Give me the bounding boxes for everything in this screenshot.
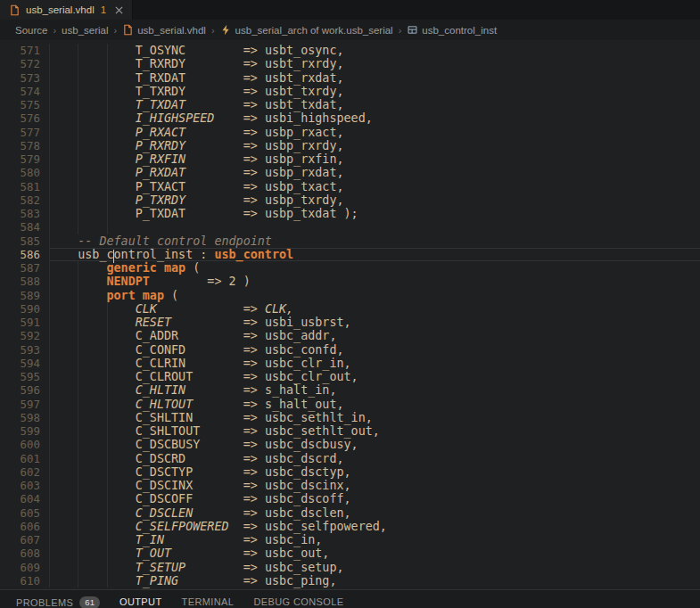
breadcrumb-separator: › xyxy=(114,25,118,36)
breadcrumb-item-usb-control-inst[interactable]: usb_control_inst xyxy=(407,24,497,36)
code-line-603[interactable]: 603 C_DSCINX => usbc_dscinx, xyxy=(0,479,700,492)
tab-usb-serial-vhdl[interactable]: usb_serial.vhdl 1 xyxy=(0,0,133,20)
code-editor[interactable]: 571 T_OSYNC => usbt_osync,572 T_RXRDY =>… xyxy=(0,40,700,589)
code-text: C_DSCBUSY => usbc_dscbusy, xyxy=(49,438,358,451)
line-number: 579 xyxy=(0,152,49,166)
code-line-582[interactable]: 582 P_TXRDY => usbp_txrdy, xyxy=(0,193,700,207)
code-text: NENDPT => 2 ) xyxy=(49,275,251,288)
code-text: C_DSCLEN => usbc_dsclen, xyxy=(49,506,351,520)
code-lines: 571 T_OSYNC => usbt_osync,572 T_RXRDY =>… xyxy=(0,44,700,587)
instance-symbol-icon xyxy=(407,24,418,36)
code-text: C_DSCTYP => usbc_dsctyp, xyxy=(49,465,351,479)
code-text xyxy=(49,220,136,234)
code-line-580[interactable]: 580 P_RXDAT => usbp_rxdat, xyxy=(0,166,700,179)
code-line-593[interactable]: 593 C_CONFD => usbc_confd, xyxy=(0,343,700,357)
code-line-609[interactable]: 609 T_SETUP => usbc_setup, xyxy=(0,561,700,574)
code-text: port map ( xyxy=(49,289,178,302)
code-line-576[interactable]: 576 I_HIGHSPEED => usbi_highspeed, xyxy=(0,111,700,125)
breadcrumb-item-usb-serial-arch[interactable]: usb_serial_arch of work.usb_serial xyxy=(220,24,393,36)
code-line-590[interactable]: 590 CLK => CLK, xyxy=(0,302,700,316)
file-icon xyxy=(122,24,134,36)
line-number: 605 xyxy=(0,506,49,520)
code-text: T_RXDAT => usbt_rxdat, xyxy=(49,71,344,85)
code-text: C_CLROUT => usbc_clr_out, xyxy=(49,370,358,383)
code-text: usb_control_inst : usb_control xyxy=(49,248,293,261)
code-line-594[interactable]: 594 C_CLRIN => usbc_clr_in, xyxy=(0,357,700,370)
line-number: 591 xyxy=(0,316,49,329)
problems-count-badge: 61 xyxy=(79,596,100,608)
code-line-606[interactable]: 606 C_SELFPOWERED => usbc_selfpowered, xyxy=(0,520,700,533)
code-line-572[interactable]: 572 T_RXRDY => usbt_rxrdy, xyxy=(0,57,700,70)
code-line-597[interactable]: 597 C_HLTOUT => s_halt_out, xyxy=(0,398,700,411)
line-number: 604 xyxy=(0,492,49,505)
panel-tab-terminal[interactable]: TERMINAL xyxy=(182,596,235,608)
close-icon[interactable] xyxy=(115,6,123,14)
code-text: C_DSCRD => usbc_dscrd, xyxy=(49,452,344,465)
code-text: P_RXACT => usbp_rxact, xyxy=(49,126,344,139)
code-text: RESET => usbi_usbrst, xyxy=(49,316,351,329)
panel-tab-problems[interactable]: PROBLEMS61 xyxy=(16,596,100,608)
breadcrumb-item-usb-serial-vhdl[interactable]: usb_serial.vhdl xyxy=(122,24,206,36)
code-text: P_RXFIN => usbp_rxfin, xyxy=(49,152,344,166)
code-line-579[interactable]: 579 P_RXFIN => usbp_rxfin, xyxy=(0,152,700,166)
code-line-575[interactable]: 575 T_TXDAT => usbt_txdat, xyxy=(0,98,700,111)
code-text: C_CLRIN => usbc_clr_in, xyxy=(49,357,351,370)
line-number: 603 xyxy=(0,479,49,492)
code-text: -- Default control endpoint xyxy=(49,234,272,248)
code-line-584[interactable]: 584 xyxy=(0,220,700,234)
line-number: 582 xyxy=(0,193,49,207)
code-line-605[interactable]: 605 C_DSCLEN => usbc_dsclen, xyxy=(0,506,700,520)
code-line-585[interactable]: 585 -- Default control endpoint xyxy=(0,234,700,248)
code-line-595[interactable]: 595 C_CLROUT => usbc_clr_out, xyxy=(0,370,700,383)
line-number: 571 xyxy=(0,44,49,57)
line-number: 578 xyxy=(0,139,49,152)
line-number: 601 xyxy=(0,452,49,465)
code-text: T_OSYNC => usbt_osync, xyxy=(49,44,344,57)
code-line-601[interactable]: 601 C_DSCRD => usbc_dscrd, xyxy=(0,452,700,465)
panel-tab-debug-console[interactable]: DEBUG CONSOLE xyxy=(253,596,343,608)
line-number: 595 xyxy=(0,370,49,383)
code-line-581[interactable]: 581 P_TXACT => usbp_txact, xyxy=(0,180,700,193)
code-line-596[interactable]: 596 C_HLTIN => s_halt_in, xyxy=(0,383,700,397)
code-line-592[interactable]: 592 C_ADDR => usbc_addr, xyxy=(0,329,700,342)
code-line-602[interactable]: 602 C_DSCTYP => usbc_dsctyp, xyxy=(0,465,700,479)
code-line-577[interactable]: 577 P_RXACT => usbp_rxact, xyxy=(0,126,700,139)
line-number: 576 xyxy=(0,111,49,125)
line-number: 598 xyxy=(0,411,49,424)
code-text: C_ADDR => usbc_addr, xyxy=(49,329,337,342)
line-number: 607 xyxy=(0,533,49,546)
breadcrumb-item-usb-serial[interactable]: usb_serial xyxy=(62,25,108,36)
code-line-608[interactable]: 608 T_OUT => usbc_out, xyxy=(0,546,700,560)
code-line-591[interactable]: 591 RESET => usbi_usbrst, xyxy=(0,316,700,329)
code-line-573[interactable]: 573 T_RXDAT => usbt_rxdat, xyxy=(0,71,700,85)
code-line-574[interactable]: 574 T_TXRDY => usbt_txrdy, xyxy=(0,85,700,98)
code-line-588[interactable]: 588 NENDPT => 2 ) xyxy=(0,275,700,288)
code-text: generic map ( xyxy=(49,261,200,275)
code-text: C_DSCOFF => usbc_dscoff, xyxy=(49,492,351,505)
line-number: 589 xyxy=(0,289,49,302)
code-line-598[interactable]: 598 C_SHLTIN => usbc_sethlt_in, xyxy=(0,411,700,424)
code-line-607[interactable]: 607 T_IN => usbc_in, xyxy=(0,533,700,546)
line-number: 597 xyxy=(0,398,49,411)
code-text: T_OUT => usbc_out, xyxy=(49,546,329,560)
code-line-599[interactable]: 599 C_SHLTOUT => usbc_sethlt_out, xyxy=(0,424,700,438)
code-line-586[interactable]: 586 usb_control_inst : usb_control xyxy=(0,248,700,261)
code-line-600[interactable]: 600 C_DSCBUSY => usbc_dscbusy, xyxy=(0,438,700,451)
code-line-604[interactable]: 604 C_DSCOFF => usbc_dscoff, xyxy=(0,492,700,505)
code-line-610[interactable]: 610 T_PING => usbc_ping, xyxy=(0,574,700,587)
code-line-578[interactable]: 578 P_RXRDY => usbp_rxrdy, xyxy=(0,139,700,152)
code-line-587[interactable]: 587 generic map ( xyxy=(0,261,700,275)
breadcrumb-separator: › xyxy=(399,25,402,36)
panel-tab-output[interactable]: OUTPUT xyxy=(119,596,162,608)
line-number: 590 xyxy=(0,302,49,316)
breadcrumb-item-Source[interactable]: Source xyxy=(15,25,47,36)
code-line-589[interactable]: 589 port map ( xyxy=(0,289,700,302)
line-number: 609 xyxy=(0,561,49,574)
line-number: 585 xyxy=(0,234,49,248)
code-line-571[interactable]: 571 T_OSYNC => usbt_osync, xyxy=(0,44,700,57)
line-number: 580 xyxy=(0,166,49,179)
code-line-583[interactable]: 583 P_TXDAT => usbp_txdat ); xyxy=(0,207,700,220)
line-number: 592 xyxy=(0,329,49,342)
code-text: T_TXDAT => usbt_txdat, xyxy=(49,98,344,111)
tab-problems-decoration: 1 xyxy=(101,4,106,15)
